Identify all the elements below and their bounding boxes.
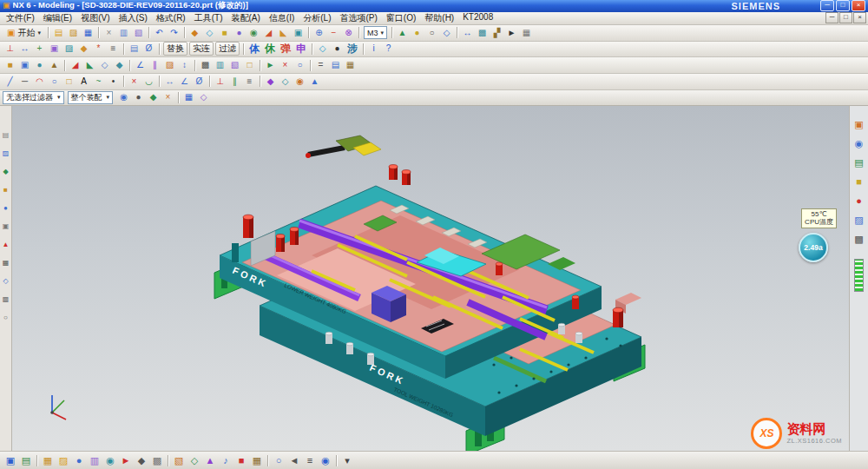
intersection-curve-icon[interactable]: ◇ xyxy=(278,75,293,89)
input-language-icon[interactable]: ≡ xyxy=(302,453,318,467)
pattern-curve-icon[interactable]: ▲ xyxy=(307,75,322,89)
block-icon[interactable]: ▣ xyxy=(17,58,32,72)
offset-surface-icon[interactable]: ◇ xyxy=(97,58,112,72)
web-browser-icon[interactable]: ▣ xyxy=(1,221,11,232)
draft-icon[interactable]: ∠ xyxy=(133,58,148,72)
music-app-icon[interactable]: ♪ xyxy=(218,453,233,467)
hole-icon[interactable]: ◉ xyxy=(247,26,261,40)
notes-gadget-icon[interactable]: ■ xyxy=(852,175,866,188)
info-icon[interactable]: i xyxy=(366,42,381,56)
snap-point-toggle-icon[interactable]: ◉ xyxy=(116,90,131,104)
profile-icon[interactable]: ╱ xyxy=(3,75,17,89)
maximize-button[interactable]: □ xyxy=(836,0,850,11)
roles-icon[interactable]: ○ xyxy=(1,313,11,323)
undo-icon[interactable]: ↶ xyxy=(152,26,167,40)
constraints-icon[interactable]: ≡ xyxy=(242,75,257,89)
mdi-restore-button[interactable]: □ xyxy=(839,12,852,23)
mdi-close-button[interactable]: × xyxy=(853,12,866,23)
perpendicular-constraint-icon[interactable]: ⊥ xyxy=(213,75,227,89)
menu-item-11[interactable]: 窗口(O) xyxy=(382,12,420,24)
die-assembly-model[interactable]: FORK LOWER WEIGHT 4080KG FORK TOOL WEIGH… xyxy=(207,132,672,452)
move-component-icon[interactable]: ↔ xyxy=(17,42,32,56)
explode-assembly-icon[interactable]: * xyxy=(91,42,106,56)
trim-body-icon[interactable]: ◢ xyxy=(68,58,82,72)
mail-icon[interactable]: ▥ xyxy=(87,453,102,467)
measure-distance-icon[interactable]: Ø xyxy=(141,42,156,56)
wcs-icon[interactable]: ◇ xyxy=(196,90,211,104)
network-icon[interactable]: ○ xyxy=(271,453,286,467)
start-button[interactable]: ▣ 开始 ▾ xyxy=(3,26,45,40)
volume-icon[interactable]: ◄ xyxy=(286,453,302,467)
menu-item-6[interactable]: 工具(T) xyxy=(190,12,227,24)
notes-app-icon[interactable]: ▧ xyxy=(171,453,187,467)
sketch-fillet-icon[interactable]: ◡ xyxy=(141,75,156,89)
replace-button[interactable]: 替换 xyxy=(163,42,187,56)
move-face-icon[interactable]: ► xyxy=(263,58,278,72)
text-icon[interactable]: A xyxy=(76,75,91,89)
overflow-chevron-icon[interactable]: ▾ xyxy=(339,453,355,467)
reuse-library-icon[interactable]: ■ xyxy=(1,185,11,195)
move-object-icon[interactable]: ↔ xyxy=(460,26,475,40)
cylinder-icon[interactable]: ● xyxy=(32,58,47,72)
assembly-navigator-icon[interactable]: ▤ xyxy=(1,130,11,141)
diameter-dimension-icon[interactable]: Ø xyxy=(192,75,207,89)
close-button[interactable]: × xyxy=(852,0,865,11)
menu-item-5[interactable]: 格式(R) xyxy=(152,12,190,24)
arc-icon[interactable]: ◠ xyxy=(32,75,47,89)
menu-item-13[interactable]: KT2008 xyxy=(458,12,497,24)
intersection-snap-icon[interactable]: × xyxy=(161,90,175,104)
intersect-icon[interactable]: ⊗ xyxy=(341,26,356,40)
point-icon[interactable]: ● xyxy=(330,42,345,56)
report-icon[interactable]: ▤ xyxy=(127,42,141,56)
menu-item-8[interactable]: 信息(I) xyxy=(265,12,299,24)
cpu-meter-badge[interactable]: 2.49a xyxy=(799,233,828,262)
offset-curve-icon[interactable]: ◉ xyxy=(293,75,307,89)
assembly-sequence-icon[interactable]: ≡ xyxy=(106,42,121,56)
copy-icon[interactable]: ▥ xyxy=(116,26,131,40)
patch-icon[interactable]: ▨ xyxy=(162,58,177,72)
spring-tool-button[interactable]: 弹 xyxy=(279,43,293,55)
apply-tool-button[interactable]: 申 xyxy=(294,43,308,55)
menu-item-9[interactable]: 分析(L) xyxy=(299,12,335,24)
snap-point-icon[interactable]: ▦ xyxy=(519,26,534,40)
paste-icon[interactable]: ▧ xyxy=(131,26,146,40)
angular-dimension-icon[interactable]: ∠ xyxy=(177,75,192,89)
layer-combo[interactable]: M3▾ xyxy=(364,26,387,39)
pattern-feature-icon[interactable]: ▩ xyxy=(475,26,490,40)
sketch-point-icon[interactable]: • xyxy=(106,75,121,89)
menu-item-4[interactable]: 插入(S) xyxy=(114,12,151,24)
subtract-icon[interactable]: − xyxy=(326,26,341,40)
save-icon[interactable]: ▦ xyxy=(81,26,95,40)
wade-tool-button[interactable]: 涉 xyxy=(345,43,359,55)
circle-icon[interactable]: ○ xyxy=(47,75,62,89)
part-navigator-icon[interactable]: ▤ xyxy=(328,58,343,72)
extrude-icon[interactable]: ■ xyxy=(217,26,232,40)
redo-icon[interactable]: ↷ xyxy=(167,26,181,40)
new-file-icon[interactable]: ▤ xyxy=(51,26,66,40)
selection-scope-combo[interactable]: 整个装配 ▾ xyxy=(68,91,114,104)
start-menu-icon[interactable]: ▣ xyxy=(3,453,18,467)
materials-icon[interactable]: ▦ xyxy=(1,258,11,268)
wizards-icon[interactable]: ▩ xyxy=(1,294,11,305)
datum-csys-icon[interactable]: ◇ xyxy=(315,42,330,56)
folder-icon[interactable]: ▨ xyxy=(56,453,71,467)
part-navigator-icon[interactable]: ◆ xyxy=(1,167,11,177)
rectangle-icon[interactable]: □ xyxy=(62,75,76,89)
process-studio-icon[interactable]: ◇ xyxy=(1,276,11,287)
minimize-button[interactable]: ─ xyxy=(820,0,834,11)
cad-doc-icon[interactable]: ▦ xyxy=(40,453,56,467)
parallel-constraint-icon[interactable]: ∥ xyxy=(227,75,242,89)
help-icon[interactable]: ? xyxy=(381,42,396,56)
line-icon[interactable]: ─ xyxy=(17,75,32,89)
slideshow-gadget-icon[interactable]: ▩ xyxy=(852,233,866,246)
calendar-gadget-icon[interactable]: ▤ xyxy=(852,156,866,169)
add-component-icon[interactable]: + xyxy=(32,42,47,56)
bounding-body-icon[interactable]: □ xyxy=(242,58,257,72)
reference-set-icon[interactable]: ▣ xyxy=(47,42,62,56)
cpu-meter-gadget-icon[interactable]: ● xyxy=(852,195,866,208)
cut-icon[interactable]: × xyxy=(102,26,116,40)
clock-gadget-icon[interactable]: ◉ xyxy=(852,137,866,150)
hd3d-tools-icon[interactable]: ● xyxy=(1,203,11,214)
fit-view-icon[interactable]: ◇ xyxy=(439,26,454,40)
body-tool-button[interactable]: 体 xyxy=(247,43,261,55)
